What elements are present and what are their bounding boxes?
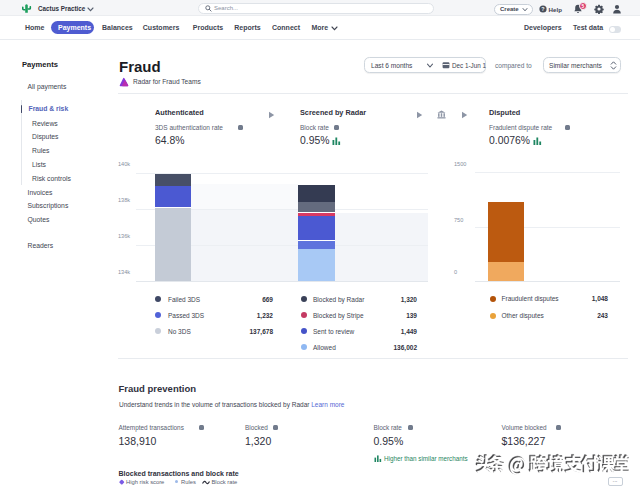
svg-text:?: ?	[541, 6, 544, 12]
